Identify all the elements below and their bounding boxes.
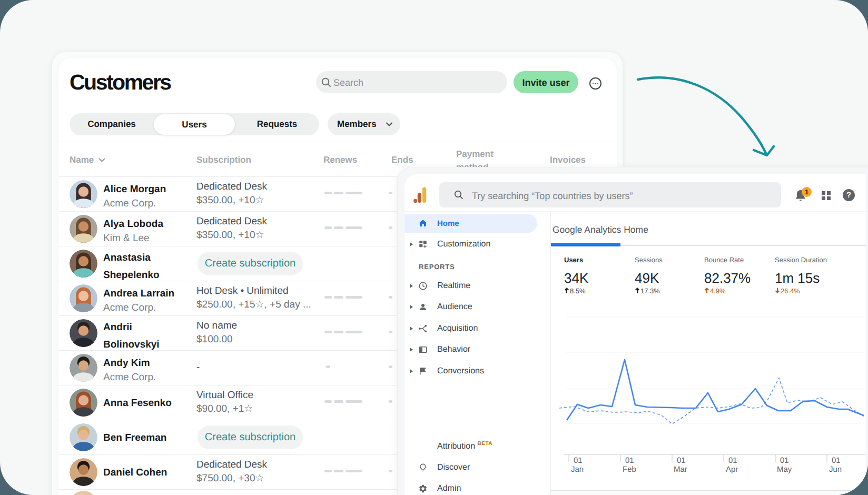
svg-text:01: 01 [728, 456, 737, 465]
svg-text:01: 01 [574, 456, 583, 465]
svg-text:01: 01 [832, 456, 841, 465]
svg-text:Feb: Feb [623, 465, 636, 474]
svg-text:01: 01 [677, 456, 686, 465]
svg-text:Jan: Jan [571, 465, 584, 474]
svg-text:Mar: Mar [674, 465, 687, 474]
svg-text:Apr: Apr [726, 465, 738, 474]
svg-text:01: 01 [625, 456, 634, 465]
svg-text:01: 01 [780, 456, 789, 465]
svg-text:Jun: Jun [829, 465, 842, 474]
svg-text:May: May [777, 465, 792, 474]
